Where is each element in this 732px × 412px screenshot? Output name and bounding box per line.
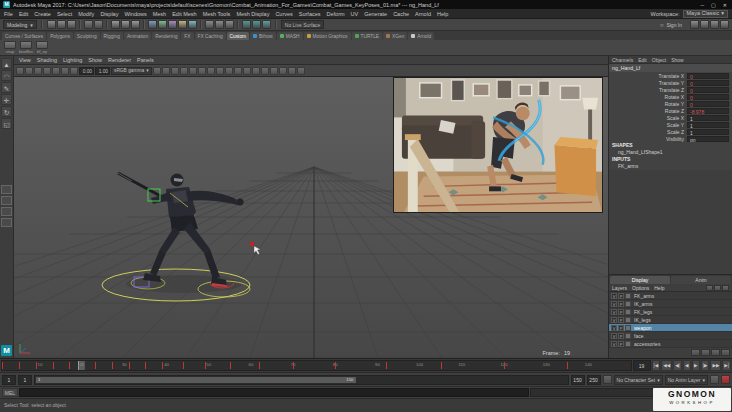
modeling-toolkit-icon[interactable]: [690, 20, 699, 29]
layer-color-swatch[interactable]: [625, 309, 631, 315]
scale-tool-icon[interactable]: ◱: [1, 118, 12, 129]
range-slider-track[interactable]: 1 150: [34, 375, 569, 385]
minimize-button[interactable]: ─: [701, 2, 705, 8]
character-set-dropdown[interactable]: No Character Set ▾: [614, 375, 663, 385]
xray-icon[interactable]: [288, 67, 296, 75]
menu-select[interactable]: Select: [57, 11, 72, 17]
shelf-tab-rigging[interactable]: Rigging: [101, 32, 123, 40]
channel-value[interactable]: 0: [687, 101, 729, 107]
layer-color-swatch[interactable]: [625, 333, 631, 339]
snap-to-curve-icon[interactable]: [158, 20, 167, 29]
auto-keyframe-toggle[interactable]: [721, 375, 730, 384]
shadows-icon[interactable]: [252, 67, 260, 75]
new-display-layer-button[interactable]: [711, 349, 720, 356]
gate-mask-icon[interactable]: [180, 67, 188, 75]
lights-icon[interactable]: [243, 67, 251, 75]
channel-value[interactable]: 0: [687, 80, 729, 86]
screen-space-ao-icon[interactable]: [261, 67, 269, 75]
playback-range-bar[interactable]: 1 150: [36, 377, 356, 383]
channel-row-rotate-x[interactable]: Rotate X0: [609, 93, 732, 100]
menu-mesh[interactable]: Mesh: [153, 11, 166, 17]
grease-pencil-icon[interactable]: [70, 67, 78, 75]
step-forward-frame-button[interactable]: |▶: [701, 360, 710, 371]
undo-icon[interactable]: [84, 20, 93, 29]
field-chart-icon[interactable]: [189, 67, 197, 75]
layer-row-ik-legs[interactable]: VPIK_legs: [609, 316, 732, 324]
menu-create[interactable]: Create: [34, 11, 51, 17]
playback-options-button[interactable]: [603, 375, 612, 384]
colorspace-dropdown[interactable]: sRGB gamma ▾: [111, 67, 152, 75]
step-forward-key-button[interactable]: ▶▶: [710, 360, 721, 371]
exposure-field[interactable]: 0.00: [79, 67, 94, 75]
channel-box-menu-edit[interactable]: Edit: [638, 57, 647, 63]
menu-set-dropdown[interactable]: Modeling ▾: [3, 20, 37, 29]
shape-node-name[interactable]: ng_Hand_LfShape1: [609, 149, 732, 156]
command-line-mode-button[interactable]: MEL: [2, 388, 18, 397]
go-to-end-button[interactable]: ▶|: [722, 360, 731, 371]
safe-action-icon[interactable]: [198, 67, 206, 75]
construction-history-icon[interactable]: [225, 20, 234, 29]
motion-blur-icon[interactable]: [270, 67, 278, 75]
step-back-frame-button[interactable]: ◀|: [673, 360, 682, 371]
channel-row-translate-z[interactable]: Translate Z0: [609, 86, 732, 93]
layer-row-fk-arms[interactable]: VPFK_arms: [609, 292, 732, 300]
channel-value[interactable]: 0: [687, 87, 729, 93]
channel-row-scale-y[interactable]: Scale Y1: [609, 121, 732, 128]
channel-row-visibility[interactable]: Visibilityon: [609, 135, 732, 142]
menu-windows[interactable]: Windows: [124, 11, 146, 17]
menu-display[interactable]: Display: [100, 11, 118, 17]
shelf-tab-curves-surfaces[interactable]: Curves / Surfaces: [2, 32, 46, 40]
sign-in-button[interactable]: ☺ Sign In: [659, 22, 682, 28]
camera-attributes-icon[interactable]: [34, 67, 42, 75]
panel-menu-show[interactable]: Show: [88, 57, 102, 63]
panel-menu-panels[interactable]: Panels: [137, 57, 154, 63]
shelf-tab-polygons[interactable]: Polygons: [47, 32, 73, 40]
menu-file[interactable]: File: [4, 11, 13, 17]
current-frame-field[interactable]: 19: [633, 360, 651, 371]
layer-menu-help[interactable]: Help: [654, 285, 664, 291]
menu-arnold[interactable]: Arnold: [415, 11, 431, 17]
anim-layer-dropdown[interactable]: No Anim Layer ▾: [665, 375, 708, 385]
shelf-tab-rendering[interactable]: Rendering: [152, 32, 180, 40]
select-component-icon[interactable]: [131, 20, 140, 29]
menu-uv[interactable]: UV: [351, 11, 359, 17]
layer-menu-layers[interactable]: Layers: [612, 285, 627, 291]
textured-icon[interactable]: [234, 67, 242, 75]
layout-four-pane-button[interactable]: [1, 196, 12, 205]
resolution-gate-icon[interactable]: [171, 67, 179, 75]
menu-mesh-display[interactable]: Mesh Display: [236, 11, 269, 17]
panel-menu-shading[interactable]: Shading: [37, 57, 57, 63]
live-surface-field[interactable]: No Live Surface: [281, 20, 325, 29]
character-mesh[interactable]: [118, 173, 244, 287]
animation-preferences-button[interactable]: [710, 375, 719, 384]
viewport[interactable]: Frame: 19: [14, 77, 608, 358]
select-object-icon[interactable]: [121, 20, 130, 29]
grid-icon[interactable]: [153, 67, 161, 75]
layer-playback-toggle[interactable]: P: [618, 325, 624, 331]
layer-visibility-toggle[interactable]: V: [611, 325, 617, 331]
render-settings-icon[interactable]: [262, 20, 271, 29]
layout-single-pane-button[interactable]: [1, 185, 12, 194]
layer-from-selected-button[interactable]: [714, 285, 721, 291]
panel-menu-lighting[interactable]: Lighting: [63, 57, 82, 63]
workspace-dropdown[interactable]: Maya Classic ▾: [683, 10, 728, 18]
channel-row-translate-y[interactable]: Translate Y0: [609, 79, 732, 86]
layer-row-accessories[interactable]: VPaccessories: [609, 340, 732, 348]
layer-color-swatch[interactable]: [625, 293, 631, 299]
step-back-key-button[interactable]: ◀◀: [661, 360, 672, 371]
output-connections-icon[interactable]: [215, 20, 224, 29]
channel-box-icon[interactable]: [720, 20, 729, 29]
shelf-tab-xgen[interactable]: XGen: [383, 32, 407, 40]
shelf-tab-turtle[interactable]: TURTLE: [352, 32, 383, 40]
layer-playback-toggle[interactable]: P: [618, 309, 624, 315]
wireframe-icon[interactable]: [216, 67, 224, 75]
redo-icon[interactable]: [94, 20, 103, 29]
layer-row-fk-legs[interactable]: VPFK_legs: [609, 308, 732, 316]
layer-playback-toggle[interactable]: P: [618, 341, 624, 347]
layer-playback-toggle[interactable]: P: [618, 293, 624, 299]
isolate-select-icon[interactable]: [297, 67, 305, 75]
safe-title-icon[interactable]: [207, 67, 215, 75]
play-backwards-button[interactable]: ◀: [683, 360, 691, 371]
snap-to-grid-icon[interactable]: [148, 20, 157, 29]
2d-pan-zoom-icon[interactable]: [61, 67, 69, 75]
